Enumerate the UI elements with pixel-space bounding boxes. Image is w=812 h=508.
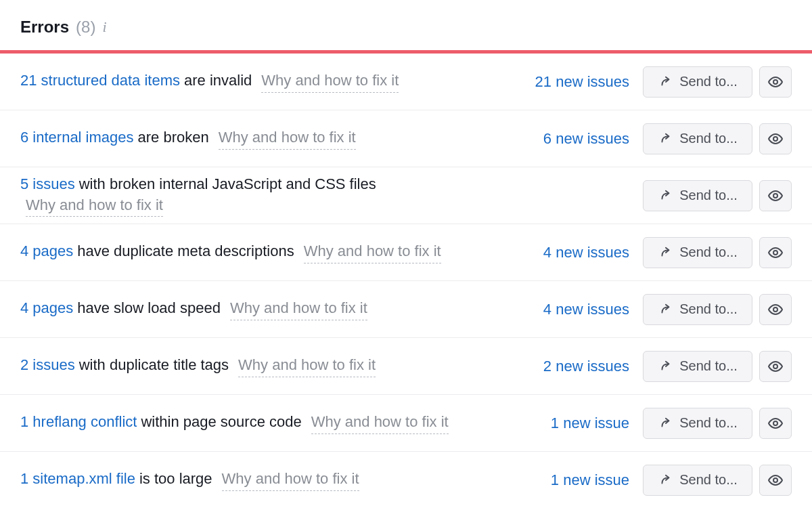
issue-count: (8) bbox=[76, 18, 95, 37]
share-arrow-icon bbox=[658, 359, 673, 374]
view-button[interactable] bbox=[759, 465, 792, 496]
eye-icon bbox=[767, 472, 784, 488]
send-to-label: Send to... bbox=[679, 245, 738, 260]
svg-point-5 bbox=[773, 364, 777, 368]
row-actions: Send to... bbox=[643, 294, 792, 325]
eye-icon bbox=[767, 131, 784, 147]
issue-description: 4 pages have duplicate meta descriptions… bbox=[20, 241, 494, 263]
row-actions: Send to... bbox=[643, 465, 792, 496]
issue-link[interactable]: 1 hreflang conflict bbox=[20, 412, 137, 433]
send-to-label: Send to... bbox=[679, 472, 738, 488]
view-button[interactable] bbox=[759, 294, 792, 325]
issue-description: 1 hreflang conflict within page source c… bbox=[20, 412, 494, 434]
send-to-button[interactable]: Send to... bbox=[643, 180, 752, 211]
issue-description: 4 pages have slow load speedWhy and how … bbox=[20, 298, 494, 320]
issue-row: 4 pages have duplicate meta descriptions… bbox=[0, 224, 812, 281]
issue-row: 6 internal images are brokenWhy and how … bbox=[0, 110, 812, 167]
issue-link[interactable]: 1 sitemap.xml file bbox=[20, 469, 135, 490]
svg-point-1 bbox=[773, 137, 777, 141]
issue-link[interactable]: 2 issues bbox=[20, 355, 75, 376]
svg-point-7 bbox=[773, 478, 777, 482]
send-to-button[interactable]: Send to... bbox=[643, 351, 752, 382]
fix-link[interactable]: Why and how to fix it bbox=[304, 241, 441, 263]
new-issues-link[interactable]: 1 new issue bbox=[508, 471, 629, 489]
fix-link[interactable]: Why and how to fix it bbox=[230, 298, 367, 320]
issue-link[interactable]: 5 issues bbox=[20, 174, 75, 195]
new-issues-link[interactable]: 21 new issues bbox=[508, 73, 629, 91]
panel-header: Errors (8) i bbox=[0, 0, 812, 50]
send-to-label: Send to... bbox=[679, 358, 738, 374]
issue-text: is too large bbox=[139, 469, 212, 490]
view-button[interactable] bbox=[759, 66, 792, 98]
svg-point-6 bbox=[773, 421, 777, 425]
issue-row: 1 hreflang conflict within page source c… bbox=[0, 395, 812, 452]
send-to-label: Send to... bbox=[679, 415, 738, 431]
share-arrow-icon bbox=[658, 188, 673, 203]
share-arrow-icon bbox=[658, 416, 673, 431]
issue-description: 6 internal images are brokenWhy and how … bbox=[20, 127, 494, 150]
issue-row: 2 issues with duplicate title tagsWhy an… bbox=[0, 338, 812, 395]
view-button[interactable] bbox=[759, 180, 792, 211]
issue-link[interactable]: 4 pages bbox=[20, 241, 73, 262]
row-actions: Send to... bbox=[643, 123, 792, 154]
send-to-button[interactable]: Send to... bbox=[643, 294, 752, 325]
issue-row: 21 structured data items are invalidWhy … bbox=[0, 54, 812, 110]
eye-icon bbox=[767, 415, 784, 431]
view-button[interactable] bbox=[759, 123, 792, 154]
send-to-button[interactable]: Send to... bbox=[643, 66, 752, 98]
new-issues-link[interactable]: 4 new issues bbox=[508, 301, 629, 318]
issue-link[interactable]: 6 internal images bbox=[20, 127, 134, 148]
view-button[interactable] bbox=[759, 351, 792, 382]
view-button[interactable] bbox=[759, 408, 792, 439]
share-arrow-icon bbox=[658, 75, 673, 89]
issue-link[interactable]: 21 structured data items bbox=[20, 70, 180, 91]
issue-row: 5 issues with broken internal JavaScript… bbox=[0, 167, 812, 224]
new-issues-link[interactable]: 6 new issues bbox=[508, 130, 629, 148]
row-actions: Send to... bbox=[643, 237, 792, 268]
eye-icon bbox=[767, 245, 784, 261]
panel-title: Errors bbox=[20, 18, 69, 37]
eye-icon bbox=[767, 74, 784, 90]
svg-point-3 bbox=[773, 251, 777, 255]
info-icon[interactable]: i bbox=[102, 20, 106, 35]
issue-text: are broken bbox=[138, 127, 209, 148]
issue-description: 1 sitemap.xml file is too largeWhy and h… bbox=[20, 469, 494, 491]
issue-text: have slow load speed bbox=[77, 298, 221, 319]
fix-link[interactable]: Why and how to fix it bbox=[238, 355, 376, 377]
row-actions: Send to... bbox=[643, 66, 792, 98]
eye-icon bbox=[767, 188, 784, 204]
share-arrow-icon bbox=[658, 245, 673, 260]
issue-link[interactable]: 4 pages bbox=[20, 298, 73, 319]
send-to-label: Send to... bbox=[679, 301, 738, 317]
fix-link[interactable]: Why and how to fix it bbox=[26, 195, 163, 217]
fix-link[interactable]: Why and how to fix it bbox=[311, 412, 449, 434]
issue-description: 21 structured data items are invalidWhy … bbox=[20, 70, 494, 93]
send-to-label: Send to... bbox=[679, 74, 738, 89]
issue-text: with broken internal JavaScript and CSS … bbox=[79, 174, 376, 195]
issues-list: 21 structured data items are invalidWhy … bbox=[0, 54, 812, 508]
send-to-button[interactable]: Send to... bbox=[643, 123, 752, 154]
issue-text: have duplicate meta descriptions bbox=[77, 241, 294, 262]
issue-description: 5 issues with broken internal JavaScript… bbox=[20, 174, 494, 217]
fix-link[interactable]: Why and how to fix it bbox=[222, 469, 359, 491]
row-actions: Send to... bbox=[643, 408, 792, 439]
issue-row: 4 pages have slow load speedWhy and how … bbox=[0, 281, 812, 338]
send-to-label: Send to... bbox=[679, 188, 738, 203]
svg-point-2 bbox=[773, 194, 777, 198]
new-issues-link[interactable]: 4 new issues bbox=[508, 244, 629, 261]
new-issues-link[interactable]: 1 new issue bbox=[508, 415, 629, 432]
issue-row: 1 sitemap.xml file is too largeWhy and h… bbox=[0, 452, 812, 508]
fix-link[interactable]: Why and how to fix it bbox=[261, 70, 399, 93]
send-to-button[interactable]: Send to... bbox=[643, 465, 752, 496]
eye-icon bbox=[767, 301, 784, 318]
eye-icon bbox=[767, 358, 784, 375]
view-button[interactable] bbox=[759, 237, 792, 268]
issue-text: within page source code bbox=[141, 412, 301, 433]
new-issues-link[interactable]: 2 new issues bbox=[508, 358, 629, 375]
svg-point-0 bbox=[773, 80, 777, 84]
send-to-button[interactable]: Send to... bbox=[643, 237, 752, 268]
issue-text: with duplicate title tags bbox=[79, 355, 229, 376]
fix-link[interactable]: Why and how to fix it bbox=[219, 127, 356, 150]
send-to-button[interactable]: Send to... bbox=[643, 408, 752, 439]
share-arrow-icon bbox=[658, 302, 673, 317]
